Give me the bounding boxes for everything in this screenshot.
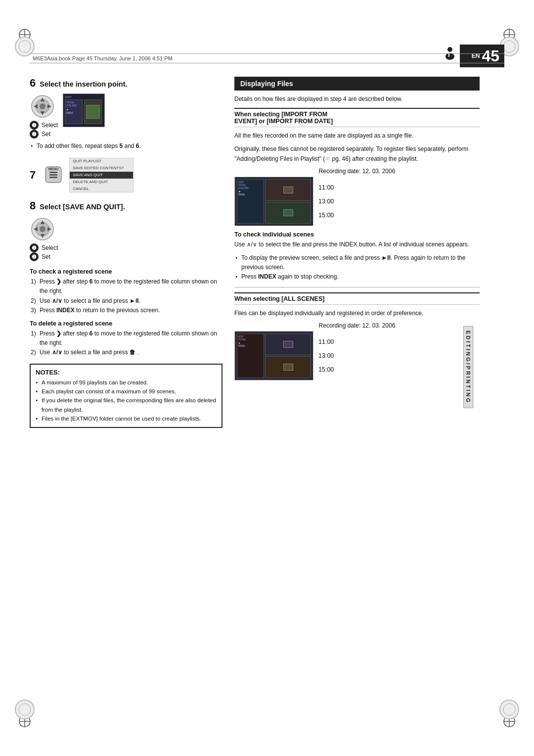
section-sidebar-label: EDITING/PRINTING bbox=[463, 326, 473, 408]
step6-heading: 6 Select the insertion point. bbox=[30, 77, 222, 90]
section-title: Displaying Files bbox=[234, 77, 480, 91]
step7-block: 7 MENU QUIT PLAYLIST SAVE EDITED CONTENT… bbox=[30, 158, 222, 192]
menu-icon-step7: MENU bbox=[43, 164, 64, 187]
rec-date-label-all: Recording date: 12. 03. 2006 bbox=[234, 322, 480, 329]
deco-circle-br bbox=[498, 699, 520, 720]
joystick-step8: ❶ Select ❷ Set bbox=[30, 216, 58, 261]
import-title: When selecting [IMPORT FROM EVENT] or [I… bbox=[234, 111, 480, 125]
rec-times-all: 11:00 13:00 15:00 bbox=[318, 338, 334, 373]
svg-rect-39 bbox=[49, 177, 57, 178]
import-body1: All the files recorded on the same date … bbox=[234, 131, 480, 141]
delete-registered-section: To delete a registered scene 1) Press ❯ … bbox=[30, 320, 222, 358]
screen-thumb-step6: EDIT TOTAL 0:01:23/h ► DVD1 bbox=[63, 94, 105, 127]
step6-inner: ❶ Select ❷ Set EDIT TOTAL bbox=[30, 94, 222, 139]
all-scenes-title: When selecting [ALL SCENES] bbox=[234, 295, 480, 302]
delete-registered-steps: 1) Press ❯ after step 6 to move to the r… bbox=[31, 329, 222, 358]
divider bbox=[234, 287, 480, 287]
rec-screen-import: EDIT TOTAL 0:01:23/h ► DVD1 bbox=[234, 177, 313, 226]
step6-block: 6 Select the insertion point. bbox=[30, 77, 222, 151]
svg-point-31 bbox=[40, 103, 45, 109]
check-registered-title: To check a registered scene bbox=[30, 268, 222, 275]
check-individual-title: To check individual scenes bbox=[234, 231, 480, 238]
meta-bar: M6E3Asia.book Page 45 Thursday, June 1, … bbox=[30, 53, 504, 63]
step8-heading: 8 Select [SAVE AND QUIT]. bbox=[30, 199, 222, 212]
all-scenes-section-header: When selecting [ALL SCENES] bbox=[234, 292, 480, 305]
svg-point-26 bbox=[447, 47, 452, 52]
import-section-header: When selecting [IMPORT FROM EVENT] or [I… bbox=[234, 108, 480, 127]
rec-date-label-import: Recording date: 12. 03. 2006 bbox=[234, 168, 480, 175]
step8-num: 8 bbox=[30, 199, 36, 212]
notes-title: NOTES: bbox=[36, 369, 217, 376]
left-column: 6 Select the insertion point. bbox=[30, 77, 222, 657]
check-individual-bullets: To display the preview screen, select a … bbox=[235, 253, 480, 282]
intro-text: Details on how files are displayed in st… bbox=[234, 94, 480, 104]
svg-point-43 bbox=[40, 226, 45, 232]
rec-display-all: EDIT TOTAL ► DVD1 bbox=[234, 331, 480, 380]
check-individual-body1: Use ∧/∨ to select the file and press the… bbox=[234, 240, 480, 249]
check-registered-section: To check a registered scene 1) Press ❯ a… bbox=[30, 268, 222, 315]
rec-screen-all: EDIT TOTAL ► DVD1 bbox=[234, 331, 313, 380]
menu-screen-step7: QUIT PLAYLIST SAVE EDITED CONTENTS? SAVE… bbox=[69, 158, 134, 192]
svg-rect-38 bbox=[49, 174, 57, 176]
rec-date-block-import: Recording date: 12. 03. 2006 EDIT TOTAL … bbox=[234, 168, 480, 226]
import-body2: Originally, these files cannot be regist… bbox=[234, 144, 480, 163]
all-scenes-body: Files can be displayed individually and … bbox=[234, 309, 480, 318]
step8-block: 8 Select [SAVE AND QUIT]. bbox=[30, 199, 222, 261]
check-registered-steps: 1) Press ❯ after step 6 to move to the r… bbox=[31, 277, 222, 315]
rec-display-import: EDIT TOTAL 0:01:23/h ► DVD1 bbox=[234, 177, 480, 226]
delete-registered-title: To delete a registered scene bbox=[30, 320, 222, 327]
main-content: 6 Select the insertion point. bbox=[30, 77, 504, 657]
step7-num: 7 bbox=[30, 169, 36, 182]
check-individual-section: To check individual scenes Use ∧/∨ to se… bbox=[234, 231, 480, 282]
deco-circle-bl bbox=[14, 699, 36, 720]
right-column: Displaying Files Details on how files ar… bbox=[234, 77, 504, 657]
notes-box: NOTES: A maximum of 99 playlists can be … bbox=[30, 364, 222, 428]
svg-point-20 bbox=[500, 700, 519, 719]
page: EN 45 M6E3Asia.book Page 45 Thursday, Ju… bbox=[0, 0, 534, 756]
rec-times-import: 11:00 13:00 15:00 bbox=[318, 184, 334, 219]
svg-rect-37 bbox=[49, 172, 57, 173]
step8-inner: ❶ Select ❷ Set bbox=[30, 216, 222, 261]
rec-date-block-all: Recording date: 12. 03. 2006 EDIT TOTAL … bbox=[234, 322, 480, 380]
svg-text:MENU: MENU bbox=[48, 167, 59, 171]
step6-bullets: To add other files, repeat steps 5 and 6… bbox=[31, 142, 222, 151]
file-info: M6E3Asia.book Page 45 Thursday, June 1, … bbox=[33, 55, 173, 61]
notes-list: A maximum of 99 playlists can be created… bbox=[36, 378, 217, 424]
svg-point-18 bbox=[15, 700, 34, 719]
step6-num: 6 bbox=[30, 77, 36, 89]
joystick-step6: ❶ Select ❷ Set bbox=[30, 94, 58, 139]
